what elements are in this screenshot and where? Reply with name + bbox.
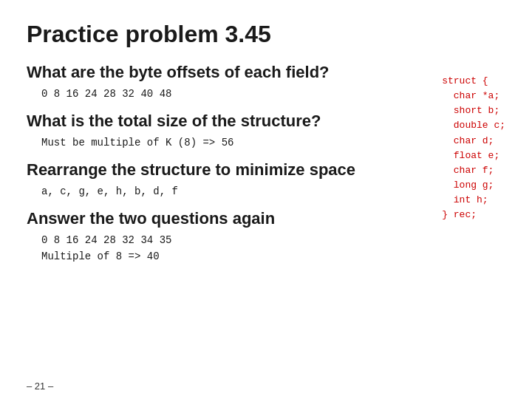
byte-offsets-heading: What are the byte offsets of each field? xyxy=(27,63,505,82)
struct-line-8: int h; xyxy=(442,193,505,208)
total-size-answer: Must be multiple of K (8) => 56 xyxy=(41,137,505,149)
byte-offsets-section: What are the byte offsets of each field?… xyxy=(27,63,505,100)
answer-again-line2: Multiple of 8 => 40 xyxy=(41,250,505,262)
struct-line-0: struct { xyxy=(442,74,505,89)
struct-line-1: char *a; xyxy=(442,89,505,103)
struct-line-5: float e; xyxy=(442,149,505,163)
page-number: – 21 – xyxy=(27,381,53,392)
answer-again-line1: 0 8 16 24 28 32 34 35 xyxy=(41,234,505,246)
total-size-heading: What is the total size of the structure? xyxy=(27,112,505,131)
rearrange-heading: Rearrange the structure to minimize spac… xyxy=(27,160,505,180)
struct-line-4: char d; xyxy=(442,134,505,149)
struct-line-7: long g; xyxy=(442,178,505,193)
struct-line-9: } rec; xyxy=(442,208,505,222)
slide-title: Practice problem 3.45 xyxy=(27,21,505,48)
struct-code-box: struct { char *a; short b; double c; cha… xyxy=(442,74,505,222)
slide: Practice problem 3.45 What are the byte … xyxy=(0,0,532,399)
struct-line-2: short b; xyxy=(442,103,505,118)
rearrange-answer: a, c, g, e, h, b, d, f xyxy=(41,185,505,197)
byte-offsets-answer: 0 8 16 24 28 32 40 48 xyxy=(41,88,505,100)
answer-again-section: Answer the two questions again 0 8 16 24… xyxy=(27,209,505,262)
struct-line-6: char f; xyxy=(442,163,505,178)
struct-line-3: double c; xyxy=(442,118,505,133)
rearrange-section: Rearrange the structure to minimize spac… xyxy=(27,160,505,197)
total-size-section: What is the total size of the structure?… xyxy=(27,112,505,149)
answer-again-heading: Answer the two questions again xyxy=(27,209,505,228)
